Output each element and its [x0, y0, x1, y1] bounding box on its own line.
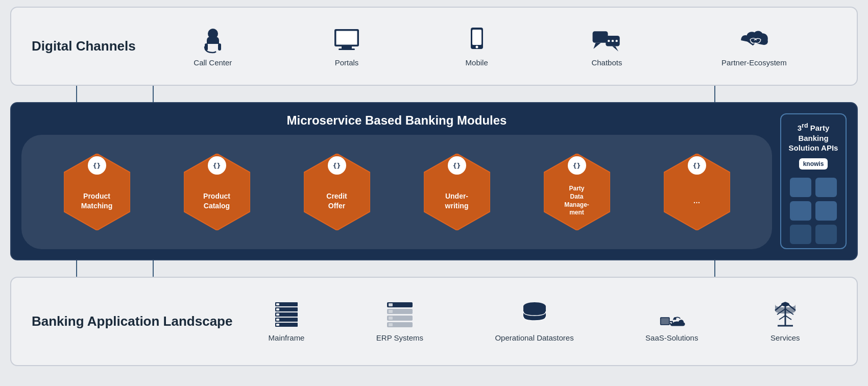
svg-point-9 [475, 45, 478, 48]
middle-inner: Microservice Based Banking Modules {} Pr… [21, 113, 847, 249]
svg-rect-6 [339, 49, 355, 50]
svg-marker-11 [594, 42, 601, 49]
hex-badge-product-catalog: {} [208, 156, 226, 175]
microservice-section: Microservice Based Banking Modules {} Pr… [10, 102, 858, 260]
landscape-saas: SaaS-Solutions [645, 301, 698, 342]
banking-landscape-section: Banking Application Landscape [10, 277, 858, 366]
svg-rect-37 [276, 319, 279, 321]
svg-rect-5 [342, 46, 352, 49]
third-party-title: 3rd PartyBankingSolution APIs [789, 122, 838, 153]
channels-icons-group: Call Center Portals [144, 26, 836, 67]
hex-more-shape: {} … [664, 154, 730, 230]
landscape-operational: Operational Datastores [495, 301, 573, 342]
hex-badge-party-data: {} [568, 156, 586, 175]
bottom-connector-row [10, 260, 858, 277]
svg-rect-10 [593, 31, 608, 42]
portals-icon [331, 26, 362, 54]
hex-label-more: … [693, 196, 701, 205]
api-block-6 [815, 225, 837, 244]
channel-mobile: Mobile [462, 26, 492, 67]
module-underwriting: {} Under-writing [419, 154, 495, 230]
hex-label-product-catalog: ProductCatalog [203, 191, 230, 210]
landscape-services: Services [770, 301, 801, 342]
svg-rect-2 [218, 43, 221, 51]
svg-marker-13 [613, 46, 619, 51]
channel-partner-ecosystem: Partner-Ecosystem [721, 26, 787, 67]
erp-systems-icon [384, 301, 415, 329]
svg-point-16 [616, 40, 618, 42]
svg-rect-4 [335, 30, 358, 45]
modules-container: Microservice Based Banking Modules {} Pr… [21, 113, 772, 249]
svg-line-58 [785, 316, 791, 320]
landscape-mainframe: Mainframe [269, 301, 305, 342]
modules-inner-box: {} ProductMatching {} ProductCatalog [21, 135, 772, 249]
hex-credit-offer-shape: {} CreditOffer [304, 154, 370, 230]
hex-badge-credit-offer: {} [328, 156, 346, 175]
saas-solutions-icon [657, 301, 687, 329]
hex-product-matching-shape: {} ProductMatching [64, 154, 130, 230]
operational-datastores-icon [519, 301, 550, 329]
svg-rect-36 [276, 313, 279, 316]
hex-label-product-matching: ProductMatching [81, 191, 112, 210]
svg-rect-35 [276, 308, 279, 310]
partner-ecosystem-label: Partner-Ecosystem [721, 58, 787, 67]
module-party-data: {} PartyDataManage-ment [539, 154, 615, 230]
microservice-title: Microservice Based Banking Modules [21, 113, 772, 128]
hex-label-underwriting: Under-writing [445, 191, 469, 210]
svg-rect-43 [389, 303, 393, 306]
call-center-icon [198, 26, 228, 54]
channel-call-center: Call Center [194, 26, 232, 67]
mainframe-label: Mainframe [269, 333, 305, 342]
landscape-erp: ERP Systems [376, 301, 423, 342]
hex-badge-more: {} [688, 156, 706, 175]
svg-rect-44 [389, 310, 393, 313]
hex-label-credit-offer: CreditOffer [326, 191, 347, 210]
banking-landscape-title: Banking Application Landscape [32, 313, 232, 330]
api-block-4 [815, 201, 837, 221]
call-center-label: Call Center [194, 58, 232, 67]
svg-point-59 [781, 302, 789, 306]
svg-point-15 [612, 40, 614, 42]
module-more: {} … [659, 154, 735, 230]
hex-label-party-data: PartyDataManage-ment [564, 185, 589, 216]
api-block-5 [790, 225, 811, 244]
partner-ecosystem-icon [739, 26, 769, 54]
svg-rect-46 [389, 323, 393, 326]
channel-chatbots: Chatbots [591, 26, 622, 67]
svg-rect-45 [389, 317, 393, 320]
hex-party-data-shape: {} PartyDataManage-ment [544, 154, 610, 230]
knowis-logo: knowis [799, 158, 828, 170]
services-icon [770, 301, 801, 329]
digital-channels-title: Digital Channels [32, 38, 144, 54]
chatbots-label: Chatbots [591, 58, 622, 67]
erp-label: ERP Systems [376, 333, 423, 342]
svg-point-14 [608, 40, 610, 42]
digital-channels-section: Digital Channels Call Center [10, 7, 858, 86]
top-connector-row [10, 86, 858, 102]
chatbots-icon [591, 26, 622, 54]
svg-line-57 [779, 316, 785, 320]
hex-badge-underwriting: {} [448, 156, 466, 175]
svg-point-50 [673, 317, 676, 320]
module-product-catalog: {} ProductCatalog [179, 154, 255, 230]
hex-underwriting-shape: {} Under-writing [424, 154, 490, 230]
svg-rect-49 [661, 318, 668, 324]
mainframe-icon [271, 301, 302, 329]
hex-product-catalog-shape: {} ProductCatalog [184, 154, 250, 230]
module-product-matching: {} ProductMatching [59, 154, 135, 230]
module-credit-offer: {} CreditOffer [299, 154, 375, 230]
main-container: Digital Channels Call Center [10, 7, 858, 379]
third-party-section: 3rd PartyBankingSolution APIs knowis [780, 113, 847, 249]
api-block-1 [790, 178, 811, 197]
landscape-icons-group: Mainframe ERP Systems [232, 301, 836, 342]
mobile-icon [462, 26, 492, 54]
services-label: Services [770, 333, 800, 342]
mobile-label: Mobile [466, 58, 488, 67]
hex-badge-product-matching: {} [88, 156, 106, 175]
svg-rect-34 [276, 303, 279, 305]
api-block-3 [790, 201, 811, 221]
saas-label: SaaS-Solutions [645, 333, 698, 342]
svg-rect-38 [276, 324, 279, 326]
channel-portals: Portals [331, 26, 362, 67]
portals-label: Portals [335, 58, 359, 67]
